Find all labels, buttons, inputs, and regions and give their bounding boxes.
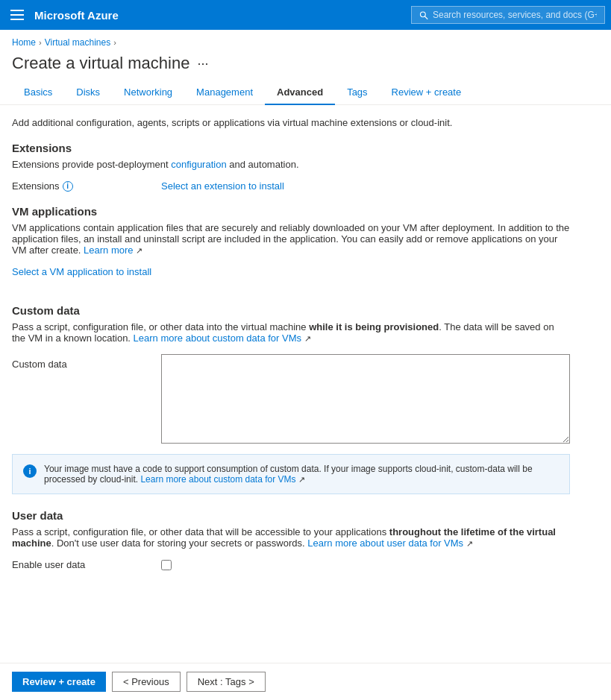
- svg-line-1: [425, 16, 428, 19]
- user-data-bold: throughout the lifetime of the virtual m…: [12, 526, 556, 549]
- info-box-icon: i: [23, 464, 37, 478]
- extensions-field-label: Extensions i: [12, 180, 161, 192]
- search-icon: [419, 10, 428, 20]
- custom-data-label: Custom data: [12, 354, 161, 370]
- tab-basics[interactable]: Basics: [12, 81, 64, 105]
- tab-management[interactable]: Management: [184, 81, 265, 105]
- brand-logo: Microsoft Azure: [34, 9, 119, 22]
- hamburger-menu[interactable]: [6, 4, 28, 26]
- tab-disks[interactable]: Disks: [64, 81, 112, 105]
- extensions-field-row: Extensions i Select an extension to inst…: [12, 180, 570, 192]
- search-bar[interactable]: [411, 6, 605, 24]
- extensions-config-link[interactable]: configuration: [171, 159, 226, 170]
- info-box-learn-more-link[interactable]: Learn more about custom data for VMs: [140, 474, 295, 485]
- custom-data-title: Custom data: [12, 304, 570, 317]
- external-link-icon: ↗: [136, 246, 142, 255]
- user-data-title: User data: [12, 509, 570, 522]
- page-options-menu[interactable]: ···: [197, 56, 208, 72]
- tab-tags[interactable]: Tags: [335, 81, 379, 105]
- custom-data-external-icon: ↗: [304, 334, 311, 343]
- vm-applications-section: VM applications VM applications contain …: [12, 205, 570, 291]
- extensions-section: Extensions Extensions provide post-deplo…: [12, 142, 570, 192]
- vm-applications-title: VM applications: [12, 205, 570, 218]
- breadcrumb-home[interactable]: Home: [12, 37, 36, 48]
- topbar: Microsoft Azure: [0, 0, 611, 30]
- custom-data-info-box: i Your image must have a code to support…: [12, 454, 570, 494]
- user-data-external-icon: ↗: [466, 539, 473, 548]
- breadcrumb-sep-2: ›: [113, 38, 116, 47]
- page-title: Create a virtual machine: [12, 54, 189, 73]
- vm-applications-learn-more-link[interactable]: Learn more: [84, 245, 133, 256]
- custom-data-field-row: Custom data: [12, 354, 570, 444]
- breadcrumb-virtual-machines[interactable]: Virtual machines: [45, 37, 111, 48]
- custom-data-bold: while it is being provisioned: [309, 321, 439, 332]
- info-box-text: Your image must have a code to support c…: [44, 464, 559, 485]
- breadcrumb: Home › Virtual machines ›: [0, 30, 611, 51]
- custom-data-desc: Pass a script, configuration file, or ot…: [12, 321, 570, 344]
- custom-data-input[interactable]: [161, 354, 570, 444]
- user-data-section: User data Pass a script, configuration f…: [12, 509, 570, 570]
- info-box-external-icon: ↗: [298, 475, 305, 484]
- select-vm-application-link[interactable]: Select a VM application to install: [12, 266, 151, 277]
- main-content: Add additional configuration, agents, sc…: [0, 105, 582, 640]
- page-title-row: Create a virtual machine ···: [0, 51, 611, 81]
- extensions-desc: Extensions provide post-deployment confi…: [12, 159, 570, 170]
- select-extension-link[interactable]: Select an extension to install: [161, 180, 284, 192]
- page-subtitle: Add additional configuration, agents, sc…: [12, 117, 570, 128]
- tab-networking[interactable]: Networking: [112, 81, 184, 105]
- tab-advanced[interactable]: Advanced: [265, 81, 335, 105]
- custom-data-section: Custom data Pass a script, configuration…: [12, 304, 570, 494]
- user-data-desc: Pass a script, configuration file, or ot…: [12, 526, 570, 549]
- extensions-title: Extensions: [12, 142, 570, 154]
- breadcrumb-sep-1: ›: [39, 38, 42, 47]
- extensions-info-icon[interactable]: i: [63, 181, 73, 192]
- user-data-learn-more-link[interactable]: Learn more about user data for VMs: [307, 537, 463, 549]
- search-input[interactable]: [433, 10, 597, 20]
- tabs-bar: Basics Disks Networking Management Advan…: [0, 81, 611, 105]
- custom-data-learn-more-link[interactable]: Learn more about custom data for VMs: [134, 332, 301, 344]
- svg-point-0: [421, 11, 426, 16]
- tab-review-create[interactable]: Review + create: [380, 81, 474, 105]
- enable-user-data-row: Enable user data: [12, 559, 570, 570]
- enable-user-data-checkbox[interactable]: [161, 560, 172, 570]
- vm-applications-desc: VM applications contain application file…: [12, 222, 570, 256]
- enable-user-data-label: Enable user data: [12, 559, 161, 570]
